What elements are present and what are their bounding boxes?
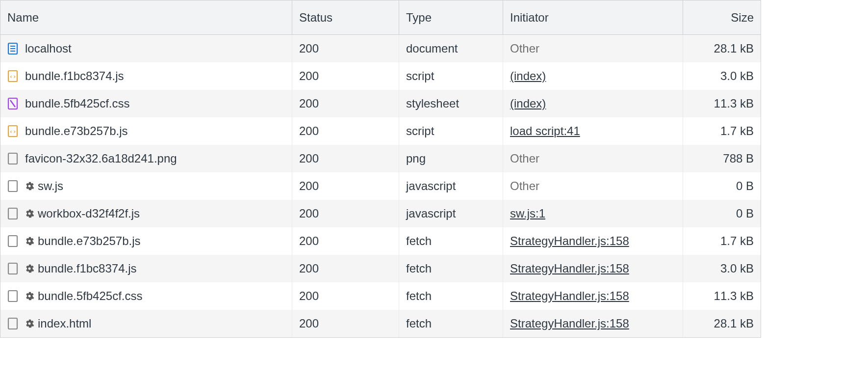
stylesheet-file-icon bbox=[7, 97, 18, 110]
cell-status: 200 bbox=[292, 145, 399, 172]
cell-initiator: Other bbox=[503, 35, 683, 62]
cell-status: 200 bbox=[292, 282, 399, 310]
cell-status: 200 bbox=[292, 200, 399, 227]
table-row[interactable]: favicon-32x32.6a18d241.png200pngOther788… bbox=[0, 145, 761, 172]
generic-file-icon bbox=[7, 152, 18, 165]
cell-size: 3.0 kB bbox=[683, 62, 761, 90]
column-header-size[interactable]: Size bbox=[683, 0, 761, 34]
cell-type: fetch bbox=[399, 255, 503, 282]
service-worker-gear-icon bbox=[25, 209, 34, 218]
initiator-link[interactable]: StrategyHandler.js:158 bbox=[510, 317, 629, 330]
cell-name: bundle.e73b257b.js bbox=[0, 227, 292, 255]
table-row[interactable]: bundle.5fb425cf.css200stylesheet(index)1… bbox=[0, 90, 761, 117]
cell-type: script bbox=[399, 62, 503, 90]
column-header-initiator[interactable]: Initiator bbox=[503, 0, 683, 34]
initiator-link[interactable]: sw.js:1 bbox=[510, 207, 545, 220]
initiator-link[interactable]: StrategyHandler.js:158 bbox=[510, 289, 629, 303]
cell-size: 1.7 kB bbox=[683, 117, 761, 145]
network-requests-table: Name Status Type Initiator Size localhos… bbox=[0, 0, 761, 338]
cell-size: 11.3 kB bbox=[683, 282, 761, 310]
table-row[interactable]: sw.js200javascriptOther0 B bbox=[0, 172, 761, 200]
cell-status: 200 bbox=[292, 117, 399, 145]
cell-status: 200 bbox=[292, 35, 399, 62]
javascript-file-icon bbox=[7, 70, 18, 82]
cell-initiator: Other bbox=[503, 172, 683, 200]
cell-size: 0 B bbox=[683, 172, 761, 200]
cell-initiator: Other bbox=[503, 145, 683, 172]
cell-name: bundle.f1bc8374.js bbox=[0, 62, 292, 90]
generic-file-icon bbox=[7, 235, 18, 247]
cell-type: png bbox=[399, 145, 503, 172]
cell-size: 3.0 kB bbox=[683, 255, 761, 282]
cell-initiator: (index) bbox=[503, 90, 683, 117]
table-row[interactable]: bundle.e73b257b.js200scriptload script:4… bbox=[0, 117, 761, 145]
table-row[interactable]: index.html200fetchStrategyHandler.js:158… bbox=[0, 310, 761, 337]
table-row[interactable]: bundle.f1bc8374.js200script(index)3.0 kB bbox=[0, 62, 761, 90]
initiator-link[interactable]: (index) bbox=[510, 97, 546, 110]
initiator-link[interactable]: (index) bbox=[510, 69, 546, 83]
cell-size: 1.7 kB bbox=[683, 227, 761, 255]
cell-status: 200 bbox=[292, 90, 399, 117]
service-worker-gear-icon bbox=[25, 237, 34, 246]
request-name: sw.js bbox=[38, 179, 63, 193]
initiator-link[interactable]: StrategyHandler.js:158 bbox=[510, 234, 629, 248]
cell-name: favicon-32x32.6a18d241.png bbox=[0, 145, 292, 172]
cell-size: 788 B bbox=[683, 145, 761, 172]
cell-size: 11.3 kB bbox=[683, 90, 761, 117]
generic-file-icon bbox=[7, 317, 18, 330]
column-header-name[interactable]: Name bbox=[0, 0, 292, 34]
generic-file-icon bbox=[7, 290, 18, 302]
column-header-type[interactable]: Type bbox=[399, 0, 503, 34]
cell-size: 28.1 kB bbox=[683, 310, 761, 337]
table-row[interactable]: bundle.5fb425cf.css200fetchStrategyHandl… bbox=[0, 282, 761, 310]
cell-status: 200 bbox=[292, 62, 399, 90]
cell-name: index.html bbox=[0, 310, 292, 337]
request-name: bundle.f1bc8374.js bbox=[25, 69, 124, 83]
cell-name: workbox-d32f4f2f.js bbox=[0, 200, 292, 227]
document-file-icon bbox=[7, 42, 18, 55]
cell-size: 28.1 kB bbox=[683, 35, 761, 62]
table-row[interactable]: bundle.f1bc8374.js200fetchStrategyHandle… bbox=[0, 255, 761, 282]
request-name: workbox-d32f4f2f.js bbox=[38, 207, 140, 220]
cell-status: 200 bbox=[292, 255, 399, 282]
cell-initiator: sw.js:1 bbox=[503, 200, 683, 227]
table-row[interactable]: bundle.e73b257b.js200fetchStrategyHandle… bbox=[0, 227, 761, 255]
generic-file-icon bbox=[7, 262, 18, 275]
cell-type: stylesheet bbox=[399, 90, 503, 117]
generic-file-icon bbox=[7, 180, 18, 192]
column-header-status[interactable]: Status bbox=[292, 0, 399, 34]
initiator-link[interactable]: load script:41 bbox=[510, 124, 580, 138]
cell-status: 200 bbox=[292, 310, 399, 337]
service-worker-gear-icon bbox=[25, 292, 34, 301]
service-worker-gear-icon bbox=[25, 264, 34, 273]
cell-name: sw.js bbox=[0, 172, 292, 200]
request-name: bundle.e73b257b.js bbox=[38, 234, 141, 248]
table-row[interactable]: workbox-d32f4f2f.js200javascriptsw.js:10… bbox=[0, 200, 761, 227]
initiator-text: Other bbox=[510, 42, 539, 55]
cell-name: bundle.5fb425cf.css bbox=[0, 282, 292, 310]
cell-initiator: StrategyHandler.js:158 bbox=[503, 227, 683, 255]
initiator-text: Other bbox=[510, 152, 539, 165]
cell-name: localhost bbox=[0, 35, 292, 62]
javascript-file-icon bbox=[7, 125, 18, 137]
cell-size: 0 B bbox=[683, 200, 761, 227]
table-body: localhost200documentOther28.1 kBbundle.f… bbox=[0, 35, 761, 337]
service-worker-gear-icon bbox=[25, 182, 34, 191]
cell-type: fetch bbox=[399, 282, 503, 310]
request-name: bundle.e73b257b.js bbox=[25, 124, 128, 138]
request-name: bundle.5fb425cf.css bbox=[38, 289, 142, 303]
table-header-row: Name Status Type Initiator Size bbox=[0, 0, 761, 35]
request-name: localhost bbox=[25, 42, 72, 55]
cell-initiator: load script:41 bbox=[503, 117, 683, 145]
cell-type: script bbox=[399, 117, 503, 145]
table-row[interactable]: localhost200documentOther28.1 kB bbox=[0, 35, 761, 62]
cell-status: 200 bbox=[292, 172, 399, 200]
cell-type: javascript bbox=[399, 172, 503, 200]
cell-type: javascript bbox=[399, 200, 503, 227]
cell-status: 200 bbox=[292, 227, 399, 255]
initiator-link[interactable]: StrategyHandler.js:158 bbox=[510, 262, 629, 275]
cell-name: bundle.f1bc8374.js bbox=[0, 255, 292, 282]
request-name: favicon-32x32.6a18d241.png bbox=[25, 152, 177, 165]
cell-type: document bbox=[399, 35, 503, 62]
initiator-text: Other bbox=[510, 179, 539, 193]
